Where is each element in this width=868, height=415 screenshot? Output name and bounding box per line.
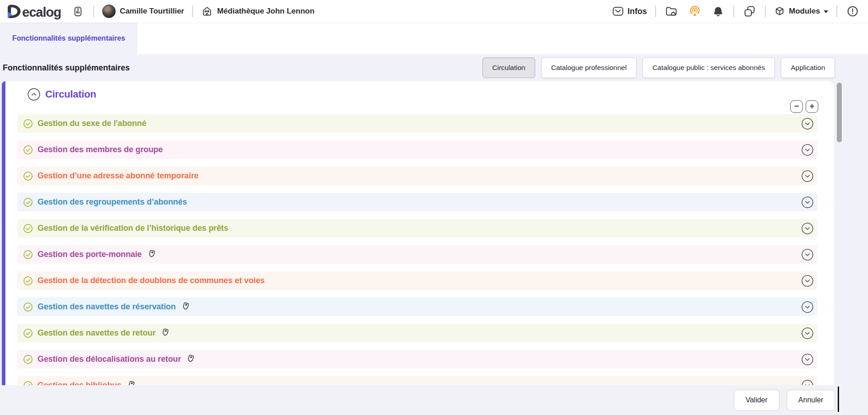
library-selector[interactable]: Médiathèque John Lennon <box>201 5 314 17</box>
category-button-group: CirculationCatalogue professionnelCatalo… <box>482 57 835 78</box>
check-circle-icon <box>23 197 33 207</box>
user-menu[interactable]: Camille Tourtillier <box>102 5 184 18</box>
divider <box>765 5 766 17</box>
feature-label: Gestion des porte-monnaie <box>38 250 142 259</box>
logo-text: ecalog <box>22 6 61 19</box>
check-circle-icon <box>23 354 33 364</box>
check-circle-icon <box>23 171 33 181</box>
divider <box>192 5 193 17</box>
feature-row[interactable]: Gestion des membres de groupe <box>17 140 817 159</box>
broadcast-icon[interactable] <box>688 4 702 19</box>
chevron-down-circle-icon[interactable] <box>801 301 814 313</box>
annuler-button[interactable]: Annuler <box>787 390 835 411</box>
category-button-0[interactable]: Circulation <box>482 57 535 78</box>
divider <box>733 5 734 17</box>
feature-label: Gestion des navettes de réservation <box>38 302 176 312</box>
feature-row[interactable]: Gestion de la détection de doublons de c… <box>17 271 817 290</box>
modules-label: Modules <box>789 7 820 16</box>
decalog-logo[interactable]: ecalog <box>6 4 61 19</box>
tag-icon <box>146 249 157 260</box>
chevron-down-circle-icon[interactable] <box>801 170 814 182</box>
page-title: Fonctionnalités supplémentaires <box>3 63 130 73</box>
check-circle-icon <box>23 328 33 338</box>
feature-label: Gestion des membres de groupe <box>38 145 163 154</box>
divider <box>655 5 656 17</box>
chevron-up-circle-icon[interactable] <box>27 88 41 101</box>
check-circle-icon <box>23 224 33 233</box>
feature-label: Gestion des navettes de retour <box>38 328 156 338</box>
category-button-2[interactable]: Catalogue public : services abonnés <box>642 57 775 78</box>
app-window: ecalog Camille Tourtillier <box>0 0 868 415</box>
check-circle-icon <box>23 119 33 129</box>
category-button-1[interactable]: Catalogue professionnel <box>541 57 637 78</box>
header-left: ecalog Camille Tourtillier <box>6 4 315 19</box>
circulation-card: Circulation − + Gestion du sexe de l'abo… <box>2 81 834 415</box>
check-circle-icon <box>23 302 33 312</box>
header-icon-group <box>664 4 725 19</box>
tag-icon <box>180 302 191 312</box>
tag-icon <box>160 328 170 338</box>
chevron-down-circle-icon[interactable] <box>801 327 814 340</box>
page-head: Fonctionnalités supplémentaires Circulat… <box>0 54 868 81</box>
collapse-all-button[interactable]: − <box>790 100 803 113</box>
feature-row[interactable]: Gestion des navettes de réservation <box>17 298 817 316</box>
divider <box>836 5 837 17</box>
category-button-3[interactable]: Application <box>781 57 835 78</box>
mail-icon <box>612 5 624 17</box>
modules-box-icon <box>774 6 785 17</box>
chevron-down-circle-icon[interactable] <box>801 353 814 366</box>
section-title: Circulation <box>45 89 96 100</box>
valider-button[interactable]: Valider <box>734 390 779 411</box>
check-circle-icon <box>23 250 33 260</box>
feature-row[interactable]: Gestion du sexe de l'abonné <box>17 114 817 133</box>
feature-label: Gestion des regroupements d’abonnés <box>38 197 187 207</box>
header-right: Infos <box>612 4 860 19</box>
chevron-down-icon <box>824 10 828 13</box>
scrollbar-thumb[interactable] <box>837 83 842 142</box>
chevron-down-circle-icon[interactable] <box>801 275 814 287</box>
bell-icon[interactable] <box>711 5 725 19</box>
chevron-down-circle-icon[interactable] <box>801 196 814 209</box>
card-accent-bar <box>2 81 5 415</box>
feature-list: Gestion du sexe de l'abonnéGestion des m… <box>17 114 817 402</box>
device-icon[interactable] <box>71 5 85 19</box>
decalog-logo-mark-icon <box>6 4 22 19</box>
feature-label: Gestion des délocalisations au retour <box>38 354 181 364</box>
info-circle-icon[interactable] <box>845 4 860 19</box>
feature-row[interactable]: Gestion des navettes de retour <box>17 324 817 342</box>
feature-row[interactable]: Gestion des porte-monnaie <box>17 245 817 264</box>
tab-fonctionnalites-supplementaires[interactable]: Fonctionnalités supplémentaires <box>0 23 137 54</box>
avatar <box>102 5 116 18</box>
feature-row[interactable]: Gestion des regroupements d’abonnés <box>17 193 817 211</box>
feature-label: Gestion de la détection de doublons de c… <box>38 276 265 285</box>
check-circle-icon <box>23 145 33 155</box>
chevron-down-circle-icon[interactable] <box>801 117 814 130</box>
footer-bar: Valider Annuler <box>0 385 868 415</box>
tab-bar: Fonctionnalités supplémentaires <box>0 23 868 54</box>
feature-label: Gestion du sexe de l'abonné <box>38 119 146 128</box>
library-name: Médiathèque John Lennon <box>217 7 314 16</box>
feature-row[interactable]: Gestion des délocalisations au retour <box>17 350 817 368</box>
check-circle-icon <box>23 276 33 286</box>
library-building-icon <box>201 5 213 17</box>
chevron-down-circle-icon[interactable] <box>801 144 814 156</box>
infos-label: Infos <box>627 7 647 16</box>
folder-cloud-icon[interactable] <box>664 4 679 19</box>
feature-label: Gestion d’une adresse abonné temporaire <box>38 171 198 181</box>
feature-label: Gestion de la vérification de l’historiq… <box>38 224 228 233</box>
copy-icon[interactable] <box>742 4 757 19</box>
text-cursor-line <box>838 387 839 412</box>
top-header: ecalog Camille Tourtillier <box>0 0 868 23</box>
infos-button[interactable]: Infos <box>612 5 647 17</box>
section-head: Circulation <box>27 88 96 101</box>
tag-icon <box>185 354 196 364</box>
expand-all-button[interactable]: + <box>806 100 818 113</box>
feature-row[interactable]: Gestion d’une adresse abonné temporaire <box>17 167 817 185</box>
expand-controls: − + <box>790 100 818 113</box>
chevron-down-circle-icon[interactable] <box>801 248 814 261</box>
chevron-down-circle-icon[interactable] <box>801 222 814 235</box>
feature-row[interactable]: Gestion de la vérification de l’historiq… <box>17 219 817 238</box>
modules-menu[interactable]: Modules <box>774 6 828 17</box>
divider <box>93 5 94 17</box>
user-name: Camille Tourtillier <box>120 7 184 16</box>
